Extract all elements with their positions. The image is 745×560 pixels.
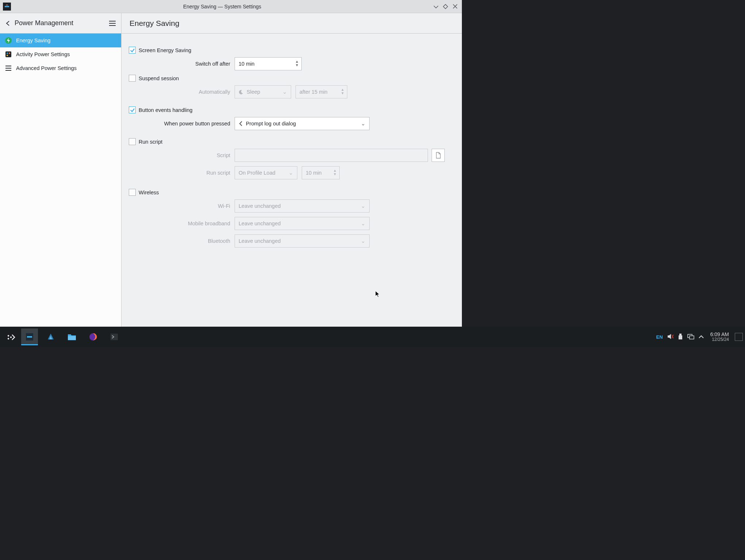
sidebar-list: Energy Saving Activity Power Settings Ad… [0, 34, 121, 347]
svg-rect-20 [690, 336, 694, 339]
run-script-delay-value: 10 min [306, 170, 331, 176]
chevron-down-icon: ⌄ [289, 170, 293, 176]
run-script-label: Run script [139, 139, 162, 145]
sleep-icon [239, 89, 244, 94]
spinner-arrows-icon[interactable]: ▲▼ [293, 60, 301, 67]
task-terminal[interactable] [106, 328, 123, 345]
minimize-button[interactable] [432, 3, 440, 11]
button-events-checkbox[interactable] [129, 106, 136, 113]
spinner-arrows-icon[interactable]: ▲▼ [331, 169, 339, 176]
svg-point-10 [8, 338, 9, 339]
app-launcher-button[interactable] [2, 328, 19, 345]
svg-point-6 [7, 55, 8, 56]
back-button[interactable] [4, 19, 12, 28]
task-firefox[interactable] [85, 328, 101, 345]
chevron-down-icon: ⌄ [361, 238, 366, 244]
bolt-circle-icon [4, 36, 12, 44]
sidebar-item-advanced-power[interactable]: Advanced Power Settings [0, 61, 121, 75]
tray-expand-icon[interactable] [699, 334, 704, 340]
close-button[interactable] [451, 3, 459, 11]
svg-rect-1 [6, 4, 8, 5]
suspend-action-combo[interactable]: Sleep ⌄ [235, 85, 291, 98]
volume-muted-icon[interactable] [667, 334, 674, 341]
power-button-label: When power button pressed [129, 121, 235, 127]
wifi-label: Wi-Fi [129, 203, 235, 209]
run-script-when-value: On Profile Load [239, 170, 289, 176]
hamburger-menu-button[interactable] [107, 18, 117, 28]
power-button-action-value: Prompt log out dialog [246, 121, 361, 127]
mbb-value: Leave unchanged [239, 221, 361, 226]
sidebar: Power Management Energy Saving Activity [0, 13, 121, 347]
power-button-action-combo[interactable]: Prompt log out dialog ⌄ [235, 117, 370, 130]
network-icon[interactable] [687, 334, 694, 341]
chevron-down-icon: ⌄ [361, 203, 366, 209]
script-browse-button[interactable] [432, 149, 445, 162]
svg-point-4 [7, 52, 8, 54]
wireless-label: Wireless [139, 190, 159, 195]
run-script-when-label: Run script [129, 170, 235, 176]
svg-rect-3 [5, 51, 11, 57]
clock[interactable]: 6:09 AM 12/25/24 [710, 331, 729, 342]
window-title: Energy Saving — System Settings [14, 4, 431, 9]
main-panel: Energy Saving Screen Energy Saving Switc… [121, 13, 462, 347]
wireless-checkbox[interactable] [129, 189, 136, 196]
mbb-label: Mobile broadband [129, 221, 235, 226]
clock-time: 6:09 AM [710, 331, 729, 337]
switch-off-spinbox[interactable]: 10 min ▲▼ [235, 57, 302, 70]
form-area: Screen Energy Saving Switch off after 10… [121, 34, 462, 327]
screen-energy-checkbox[interactable] [129, 47, 136, 54]
sidebar-item-label: Advanced Power Settings [16, 65, 77, 71]
wifi-value: Leave unchanged [239, 203, 361, 209]
button-events-label: Button events handling [139, 107, 193, 113]
suspend-label: Suspend session [139, 75, 179, 81]
wifi-combo[interactable]: Leave unchanged ⌄ [235, 199, 370, 213]
svg-point-5 [9, 52, 10, 54]
activity-icon [4, 50, 12, 58]
svg-rect-13 [27, 336, 32, 338]
suspend-delay-value: after 15 min [300, 89, 338, 95]
run-script-delay-spinbox[interactable]: 10 min ▲▼ [302, 166, 340, 179]
svg-point-11 [10, 337, 12, 338]
sidebar-item-energy-saving[interactable]: Energy Saving [0, 34, 121, 47]
app-icon [3, 3, 11, 11]
svg-point-9 [8, 335, 9, 337]
switch-off-label: Switch off after [129, 61, 235, 67]
titlebar: Energy Saving — System Settings [0, 0, 462, 13]
usb-icon[interactable] [678, 333, 683, 341]
script-path-label: Script [129, 152, 235, 158]
run-script-checkbox[interactable] [129, 138, 136, 145]
sidebar-item-activity-power[interactable]: Activity Power Settings [0, 47, 121, 61]
task-files[interactable] [63, 328, 80, 345]
screen-energy-label: Screen Energy Saving [139, 47, 191, 53]
automatically-label: Automatically [129, 89, 235, 95]
svg-rect-14 [68, 336, 76, 340]
system-tray: EN [656, 333, 704, 341]
suspend-delay-spinbox[interactable]: after 15 min ▲▼ [296, 85, 347, 98]
sidebar-header: Power Management [0, 13, 121, 34]
page-title: Energy Saving [121, 13, 462, 34]
bt-label: Bluetooth [129, 238, 235, 244]
run-script-when-combo[interactable]: On Profile Load ⌄ [235, 166, 297, 179]
chevron-down-icon: ⌄ [282, 89, 287, 95]
bt-value: Leave unchanged [239, 238, 361, 244]
sidebar-item-label: Energy Saving [16, 38, 50, 43]
hamburger-icon [4, 64, 12, 72]
lang-indicator[interactable]: EN [656, 334, 663, 340]
task-system-settings[interactable] [21, 328, 38, 345]
suspend-action-value: Sleep [247, 89, 282, 95]
task-discover[interactable] [42, 328, 59, 345]
maximize-button[interactable] [441, 3, 449, 11]
taskbar: EN 6:09 AM 12/25/24 [0, 327, 745, 347]
bt-combo[interactable]: Leave unchanged ⌄ [235, 234, 370, 248]
settings-window: Energy Saving — System Settings Power Ma… [0, 0, 462, 347]
svg-rect-18 [679, 335, 682, 339]
clock-date: 12/25/24 [710, 337, 729, 342]
spinner-arrows-icon[interactable]: ▲▼ [338, 88, 347, 96]
svg-rect-17 [679, 334, 682, 335]
sidebar-title: Power Management [12, 19, 107, 27]
show-desktop-button[interactable] [735, 333, 743, 341]
mbb-combo[interactable]: Leave unchanged ⌄ [235, 217, 370, 230]
script-path-input[interactable] [235, 149, 428, 162]
chevron-left-icon [239, 121, 243, 126]
suspend-checkbox[interactable] [129, 75, 136, 82]
